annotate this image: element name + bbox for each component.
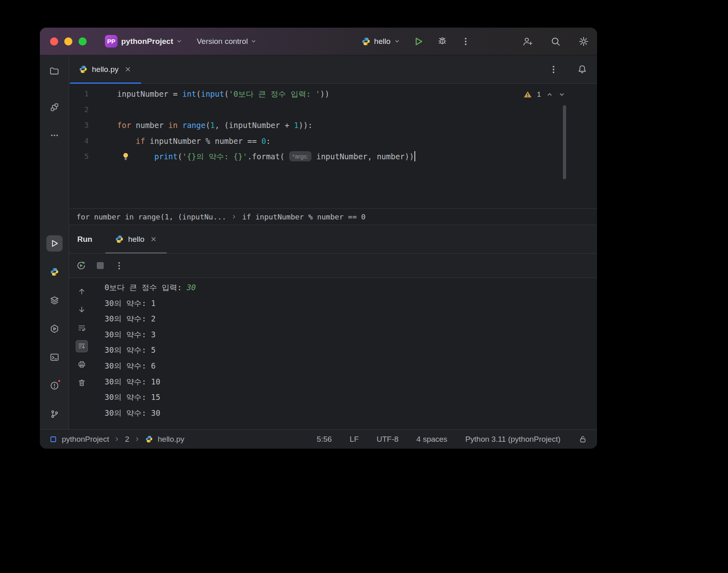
close-run-tab-icon[interactable]: [150, 236, 157, 243]
code-token: range: [182, 121, 205, 130]
terminal-tool-button[interactable]: [46, 349, 63, 365]
code-token: '{}의 약수: {}': [182, 152, 247, 161]
pycharm-window: PP pythonProject Version control hello: [40, 28, 597, 449]
run-panel-header: Run hello: [69, 225, 597, 254]
notifications-button[interactable]: [575, 63, 589, 76]
line-number: 3: [69, 117, 94, 133]
stop-button[interactable]: [93, 259, 107, 273]
status-bar: pythonProject 2 hello.py 5:56 LF UTF-8 4…: [40, 429, 597, 449]
indent-style[interactable]: 4 spaces: [416, 435, 447, 444]
settings-button[interactable]: [577, 35, 591, 48]
services-tool-button[interactable]: [46, 321, 63, 337]
status-breadcrumb[interactable]: pythonProject 2 hello.py: [50, 435, 184, 444]
code-token: print: [155, 152, 178, 161]
rerun-button[interactable]: [74, 259, 88, 273]
traffic-lights: [50, 37, 87, 46]
run-tab-hello[interactable]: hello: [105, 225, 167, 253]
more-tool-windows-button[interactable]: [46, 127, 63, 143]
code-line[interactable]: 1inputNumber = int(input('0보다 큰 정수 입력: '…: [69, 86, 597, 102]
run-configuration-selector[interactable]: hello: [362, 37, 400, 46]
breadcrumb-project[interactable]: pythonProject: [62, 435, 109, 444]
code-token: 30의 약수: 1: [105, 299, 156, 308]
more-actions-button[interactable]: [459, 35, 473, 48]
python-packages-tool-button[interactable]: [46, 292, 63, 308]
code-token: if: [136, 137, 145, 145]
code-token: (: [224, 89, 229, 98]
inlay-hint: *args:: [289, 151, 312, 161]
run-button[interactable]: [412, 35, 425, 48]
project-badge[interactable]: PP: [105, 35, 118, 48]
caret-position[interactable]: 5:56: [317, 435, 332, 444]
version-control-tool-button[interactable]: [46, 406, 63, 422]
minimize-window-button[interactable]: [64, 37, 72, 46]
next-problem-icon[interactable]: [558, 91, 565, 98]
close-window-button[interactable]: [50, 37, 58, 46]
clear-console-button[interactable]: [76, 377, 88, 389]
editor-scrollbar[interactable]: [563, 105, 566, 179]
file-encoding[interactable]: UTF-8: [377, 435, 399, 444]
code-line[interactable]: 4 if inputNumber % number == 0:: [69, 133, 597, 149]
text-caret: [414, 151, 415, 161]
debug-button[interactable]: [435, 35, 449, 48]
print-button[interactable]: [76, 358, 88, 371]
code-line[interactable]: 5 print('{}의 약수: {}'.format( *args: inpu…: [69, 149, 597, 165]
structure-icon: [50, 102, 59, 112]
python-icon: [50, 267, 59, 276]
code-token: .format(: [247, 152, 289, 161]
structure-tool-button[interactable]: [46, 99, 63, 115]
chevron-right-icon: [231, 214, 237, 220]
run-tool-button[interactable]: [46, 235, 63, 252]
more-horizontal-icon: [50, 130, 59, 140]
code-line[interactable]: 3for number in range(1, (inputNumber + 1…: [69, 117, 597, 133]
code-with-me-button[interactable]: [521, 35, 534, 48]
line-separator[interactable]: LF: [350, 435, 359, 444]
editor-tab-bar: hello.py: [69, 55, 597, 84]
code-token: int: [182, 89, 196, 98]
project-tool-button[interactable]: [46, 63, 63, 79]
code-line[interactable]: 2: [69, 102, 597, 118]
context-if-statement[interactable]: if inputNumber % number == 0: [242, 213, 365, 221]
close-tab-icon[interactable]: [124, 66, 131, 73]
prev-problem-icon[interactable]: [546, 91, 553, 98]
search-everywhere-button[interactable]: [549, 35, 562, 48]
git-branch-icon: [50, 409, 59, 419]
console-line: 30의 약수: 6: [105, 358, 196, 374]
editor-options-button[interactable]: [547, 63, 560, 76]
code-text: print('{}의 약수: {}'.format( *args: inputN…: [94, 149, 415, 165]
zoom-window-button[interactable]: [78, 37, 87, 46]
stop-icon: [97, 262, 104, 269]
python-interpreter[interactable]: Python 3.11 (pythonProject): [465, 435, 560, 444]
code-token: [117, 137, 136, 145]
chevron-down-icon: [176, 38, 182, 44]
soft-wrap-button[interactable]: [76, 322, 88, 334]
hexagon-play-icon: [50, 324, 59, 334]
code-editor[interactable]: 1inputNumber = int(input('0보다 큰 정수 입력: '…: [69, 84, 597, 208]
code-token: number: [131, 121, 168, 130]
project-menu[interactable]: pythonProject: [121, 37, 182, 46]
tab-hello-py[interactable]: hello.py: [70, 55, 141, 83]
problems-tool-button[interactable]: [46, 378, 63, 394]
down-stack-trace-button[interactable]: [76, 304, 88, 316]
run-options-button[interactable]: [112, 259, 126, 273]
chevron-right-icon: [114, 436, 120, 442]
chevron-down-icon: [394, 38, 400, 44]
run-console[interactable]: 0보다 큰 정수 입력: 3030의 약수: 130의 약수: 230의 약수:…: [69, 278, 597, 429]
line-number: 5: [69, 149, 94, 165]
chevron-right-icon: [134, 436, 140, 442]
code-token: [178, 121, 182, 130]
line-number: 1: [69, 86, 94, 102]
up-stack-trace-button[interactable]: [76, 285, 88, 297]
warning-count: 1: [537, 91, 541, 99]
context-for-statement[interactable]: for number in range(1, (inputNu...: [76, 213, 226, 221]
code-token: 0: [262, 137, 266, 145]
python-console-tool-button[interactable]: [46, 264, 63, 280]
console-line: 30의 약수: 2: [105, 311, 196, 327]
quickfix-bulb-icon[interactable]: [121, 152, 130, 161]
inspection-widget[interactable]: 1: [523, 90, 565, 99]
breadcrumb-folder[interactable]: 2: [125, 435, 129, 444]
scroll-to-end-button[interactable]: [76, 340, 88, 352]
lock-icon[interactable]: [578, 435, 587, 444]
version-control-menu[interactable]: Version control: [197, 37, 257, 46]
breadcrumb-file[interactable]: hello.py: [158, 435, 185, 444]
titlebar: PP pythonProject Version control hello: [40, 28, 597, 55]
